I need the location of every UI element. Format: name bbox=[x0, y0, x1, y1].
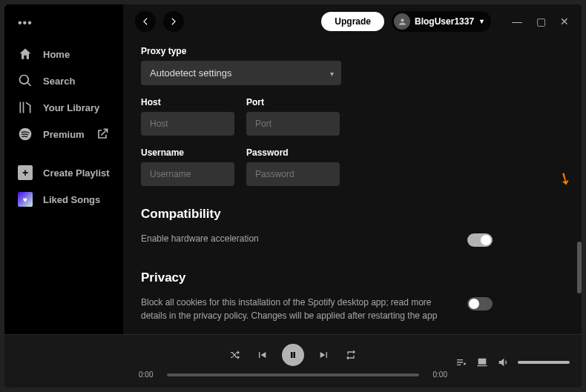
topbar: Upgrade BlogUser1337 ▼ ― ▢ ✕ bbox=[123, 4, 582, 39]
nav-forward-button[interactable] bbox=[163, 11, 184, 32]
shuffle-button[interactable] bbox=[228, 348, 242, 362]
compatibility-heading: Compatibility bbox=[141, 207, 564, 222]
chevron-down-icon: ▼ bbox=[478, 18, 485, 25]
sidebar-liked-songs[interactable]: ♥ Liked Songs bbox=[10, 187, 117, 212]
hardware-accel-toggle[interactable] bbox=[467, 233, 493, 247]
hardware-accel-label: Enable hardware acceleration bbox=[141, 232, 452, 245]
window-maximize-button[interactable]: ▢ bbox=[536, 16, 546, 27]
block-cookies-label: Block all cookies for this installation … bbox=[141, 296, 452, 322]
sidebar-item-label: Search bbox=[43, 76, 75, 87]
host-label: Host bbox=[141, 97, 234, 107]
sidebar-item-label: Liked Songs bbox=[43, 194, 100, 205]
plus-icon: + bbox=[18, 165, 33, 180]
host-input[interactable] bbox=[141, 112, 234, 136]
play-pause-button[interactable] bbox=[282, 344, 304, 366]
scrollbar[interactable] bbox=[577, 242, 582, 293]
previous-button[interactable] bbox=[255, 348, 269, 362]
sidebar-item-label: Create Playlist bbox=[43, 167, 110, 179]
proxy-type-label: Proxy type bbox=[141, 46, 564, 56]
total-time: 0:00 bbox=[425, 371, 447, 379]
user-menu[interactable]: BlogUser1337 ▼ bbox=[392, 11, 491, 32]
external-link-icon bbox=[95, 127, 110, 142]
sidebar-item-label: Your Library bbox=[43, 102, 99, 113]
progress-slider[interactable] bbox=[167, 373, 419, 376]
queue-button[interactable] bbox=[455, 356, 467, 368]
port-input[interactable] bbox=[246, 112, 340, 136]
username-input[interactable] bbox=[141, 162, 234, 186]
window-minimize-button[interactable]: ― bbox=[512, 16, 522, 27]
next-button[interactable] bbox=[317, 348, 331, 362]
upgrade-button[interactable]: Upgrade bbox=[321, 12, 384, 31]
username-label: Username bbox=[141, 147, 234, 158]
sidebar-create-playlist[interactable]: + Create Playlist bbox=[10, 160, 117, 185]
sidebar-item-library[interactable]: Your Library bbox=[10, 95, 117, 120]
window-controls: ― ▢ ✕ bbox=[512, 16, 570, 27]
elapsed-time: 0:00 bbox=[139, 371, 161, 379]
proxy-type-select[interactable]: Autodetect settings bbox=[141, 61, 341, 85]
repeat-button[interactable] bbox=[344, 348, 358, 362]
home-icon bbox=[18, 47, 33, 62]
volume-icon[interactable] bbox=[497, 356, 509, 368]
sidebar: ••• Home Search Your Library Premium + bbox=[4, 4, 123, 334]
settings-content: Proxy type Autodetect settings ▾ Host Po… bbox=[123, 39, 582, 334]
password-label: Password bbox=[246, 147, 340, 158]
sidebar-item-search[interactable]: Search bbox=[10, 68, 117, 93]
devices-button[interactable] bbox=[476, 356, 488, 368]
sidebar-item-label: Premium bbox=[43, 129, 85, 140]
privacy-heading: Privacy bbox=[141, 270, 564, 285]
playbar: 0:00 0:00 bbox=[4, 334, 582, 388]
sidebar-item-label: Home bbox=[43, 49, 70, 60]
app-menu-ellipsis[interactable]: ••• bbox=[10, 13, 117, 40]
search-icon bbox=[18, 73, 33, 88]
heart-icon: ♥ bbox=[18, 192, 33, 207]
library-icon bbox=[18, 100, 33, 115]
sidebar-item-home[interactable]: Home bbox=[10, 41, 117, 67]
password-input[interactable] bbox=[246, 162, 340, 186]
volume-slider[interactable] bbox=[518, 361, 570, 364]
avatar-icon bbox=[394, 13, 410, 30]
nav-back-button[interactable] bbox=[135, 11, 156, 32]
main-panel: Upgrade BlogUser1337 ▼ ― ▢ ✕ Proxy type … bbox=[123, 4, 582, 334]
sidebar-item-premium[interactable]: Premium bbox=[10, 122, 117, 147]
block-cookies-toggle[interactable] bbox=[467, 297, 493, 310]
username-label: BlogUser1337 bbox=[415, 16, 474, 27]
port-label: Port bbox=[246, 97, 340, 107]
spotify-icon bbox=[18, 127, 33, 142]
window-close-button[interactable]: ✕ bbox=[559, 16, 570, 27]
